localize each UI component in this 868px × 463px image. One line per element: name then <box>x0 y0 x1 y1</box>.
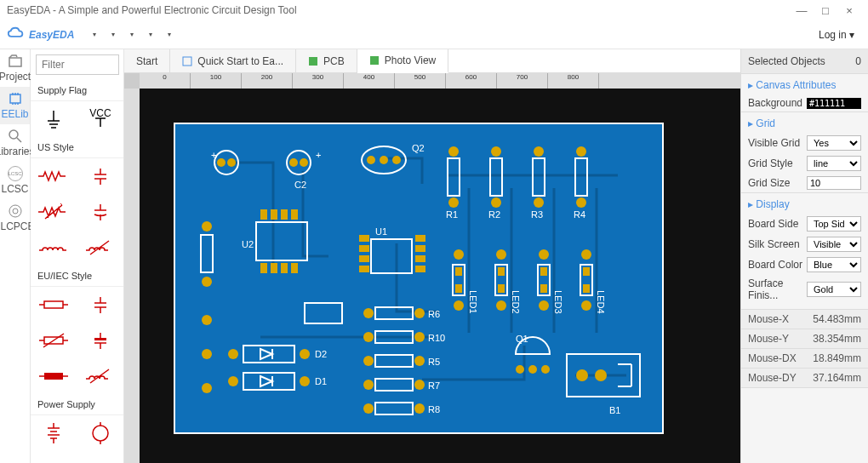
svg-point-85 <box>539 249 549 260</box>
svg-rect-53 <box>271 209 277 220</box>
surface-finish-select[interactable]: Gold <box>807 282 861 297</box>
svg-point-35 <box>448 146 459 157</box>
svg-text:LED2: LED2 <box>511 290 521 314</box>
canvas[interactable]: 0100200300400500600700800 + +C2 Q2 R1 <box>124 73 740 463</box>
tab-pcb[interactable]: PCB <box>296 49 357 72</box>
bg-value[interactable]: #111111 <box>807 98 861 109</box>
svg-point-125 <box>202 277 212 287</box>
view-menu[interactable]: ▾ <box>103 27 122 42</box>
svg-point-127 <box>202 349 212 359</box>
svg-point-86 <box>539 300 549 311</box>
svg-point-107 <box>363 380 374 390</box>
history-menu[interactable]: ▾ <box>122 27 140 42</box>
symbol-inductor-us[interactable] <box>31 230 77 266</box>
symbol-resistor-us[interactable] <box>31 158 77 194</box>
pcb-board[interactable]: + +C2 Q2 R1 R2 R3 R4 U2 U1 <box>175 124 662 432</box>
eelib-tab[interactable]: EELib <box>0 87 30 124</box>
symbol-resistor-var-eu[interactable] <box>31 323 77 358</box>
svg-text:R8: R8 <box>428 404 440 414</box>
svg-rect-68 <box>359 255 369 262</box>
symbol-battery[interactable] <box>31 415 77 451</box>
symbol-resistor-fill-eu[interactable] <box>31 358 77 394</box>
logo[interactable]: EasyEDA <box>7 26 74 44</box>
svg-text:LED3: LED3 <box>553 290 563 314</box>
group-display[interactable]: ▸ Display <box>741 192 868 214</box>
svg-point-126 <box>202 315 212 325</box>
svg-rect-62 <box>415 235 425 242</box>
svg-point-124 <box>202 221 212 232</box>
svg-point-115 <box>228 349 238 359</box>
visible-grid-select[interactable]: Yes <box>807 135 861 151</box>
titlebar: EasyEDA - A Simple and Powerful Electron… <box>0 0 868 20</box>
symbol-vcc[interactable]: VCC <box>77 101 124 137</box>
svg-text:R7: R7 <box>428 380 440 391</box>
svg-rect-56 <box>260 263 267 273</box>
svg-point-92 <box>581 300 591 311</box>
settings-menu[interactable]: ▾ <box>140 27 159 42</box>
grid-style-select[interactable]: line <box>807 156 861 171</box>
libraries-tab[interactable]: Libraries <box>0 124 30 162</box>
svg-point-10 <box>13 209 18 214</box>
board-color-select[interactable]: Blue <box>807 257 861 272</box>
file-menu[interactable]: ▾ <box>84 27 103 42</box>
svg-point-131 <box>541 365 550 374</box>
board-side-select[interactable]: Top Side <box>807 216 861 232</box>
group-grid[interactable]: ▸ Grid <box>741 111 868 133</box>
svg-rect-46 <box>575 158 587 196</box>
svg-point-30 <box>367 156 375 164</box>
section-power-supply: Power Supply <box>31 394 123 415</box>
selected-label: Selected Objects <box>748 55 825 67</box>
symbol-gnd[interactable] <box>31 101 77 137</box>
symbol-capacitor-pol-eu[interactable] <box>77 323 124 358</box>
svg-point-47 <box>576 146 586 157</box>
svg-rect-57 <box>271 263 277 273</box>
tab-bar: Start Quick Start to Ea... PCB Photo Vie… <box>124 49 740 73</box>
svg-text:U1: U1 <box>375 226 387 237</box>
grid-size-input[interactable] <box>807 176 861 190</box>
svg-rect-69 <box>359 266 369 272</box>
svg-rect-116 <box>243 346 294 363</box>
svg-text:R3: R3 <box>531 209 543 220</box>
filter-input[interactable] <box>36 54 119 75</box>
symbol-inductor-eu[interactable] <box>77 358 124 394</box>
symbol-resistor-var-us[interactable] <box>31 194 77 230</box>
symbol-capacitor-pol-us[interactable] <box>77 194 124 230</box>
group-canvas[interactable]: ▸ Canvas Attributes <box>741 73 868 94</box>
login-button[interactable]: Log in ▾ <box>812 26 861 44</box>
svg-rect-63 <box>415 245 425 252</box>
svg-rect-34 <box>448 158 460 196</box>
jlcpcb-tab[interactable]: JLCPCB <box>0 199 30 237</box>
project-tab[interactable]: Project <box>0 49 30 87</box>
lcsc-tab[interactable]: LCSCLCSC <box>0 162 30 199</box>
svg-rect-17 <box>183 57 191 66</box>
svg-point-40 <box>491 197 501 208</box>
tab-photoview[interactable]: Photo View <box>357 49 449 73</box>
svg-point-31 <box>380 156 388 164</box>
svg-text:D2: D2 <box>315 349 327 359</box>
svg-rect-120 <box>243 373 294 390</box>
symbol-capacitor-eu[interactable] <box>77 287 124 323</box>
main-toolbar: EasyEDA ▾ ▾ ▾ ▾ ?▾ Log in ▾ <box>0 20 868 49</box>
svg-text:R10: R10 <box>428 333 445 343</box>
svg-rect-67 <box>359 245 369 252</box>
svg-rect-6 <box>9 58 21 66</box>
symbol-capacitor-us[interactable] <box>77 158 124 194</box>
svg-rect-77 <box>498 267 505 276</box>
tab-quickstart[interactable]: Quick Start to Ea... <box>170 49 296 72</box>
help-menu[interactable]: ?▾ <box>159 27 178 42</box>
svg-rect-15 <box>44 373 63 380</box>
svg-point-128 <box>202 383 212 393</box>
symbol-ac-source[interactable] <box>77 415 124 451</box>
maximize-button[interactable]: □ <box>814 4 837 17</box>
svg-point-103 <box>363 356 374 366</box>
svg-point-119 <box>228 376 238 386</box>
silk-screen-select[interactable]: Visible <box>807 237 861 252</box>
svg-point-109 <box>414 380 425 390</box>
symbol-resistor-eu[interactable] <box>31 287 77 323</box>
minimize-button[interactable]: — <box>790 4 814 17</box>
tab-start[interactable]: Start <box>124 49 170 72</box>
library-panel: Supply Flag VCC US Style EU/IEC Style <box>31 49 124 463</box>
symbol-inductor-var-us[interactable] <box>77 230 124 266</box>
close-button[interactable]: × <box>837 4 861 17</box>
svg-point-113 <box>414 403 425 414</box>
